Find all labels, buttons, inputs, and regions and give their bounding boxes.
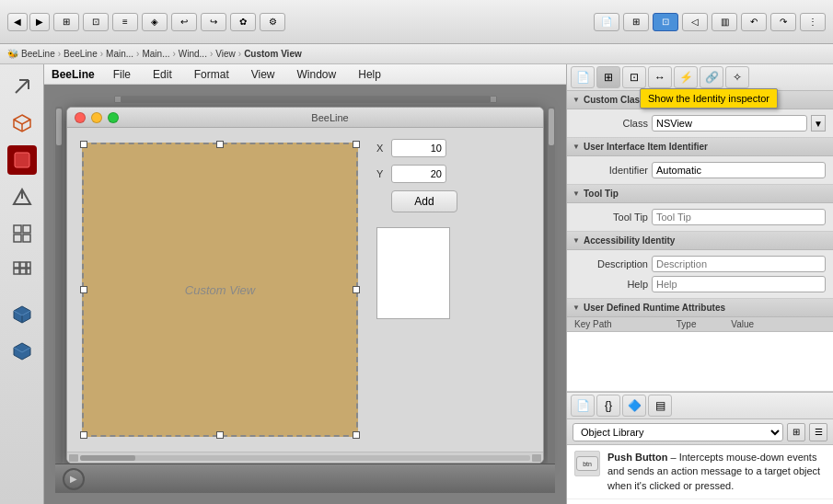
sidebar-icon-cube-small[interactable] [7,300,37,329]
sidebar-icon-box-red[interactable] [7,145,37,175]
identifier-input[interactable] [652,162,826,178]
x-label: X [376,143,388,154]
tooltip-field-row: Tool Tip [574,207,826,227]
minimize-button[interactable] [91,112,102,123]
library-items: btn Push Button – Intercepts mouse-down … [567,445,833,504]
handle-tr[interactable] [353,141,360,148]
icon-button-5[interactable]: ↩ [171,13,197,31]
identifier-label: Identifier [574,165,648,176]
icon-button-8[interactable]: ⚙ [260,13,285,31]
inspector-tab-connections[interactable]: ⚡ [674,66,698,88]
breadcrumb-item-6[interactable]: View [215,49,236,59]
right-icon-8[interactable]: ⋮ [800,13,826,31]
bottom-tab-3[interactable]: 🔷 [622,395,646,417]
maximize-button[interactable] [108,112,119,123]
col-keypath: Key Path [574,319,669,329]
custom-view[interactable]: Custom View [82,143,358,437]
small-preview [376,227,450,319]
sidebar-icon-triangle[interactable] [7,182,37,212]
handle-br[interactable] [353,431,360,439]
handle-bl[interactable] [80,431,87,439]
inspector-tab-identity[interactable]: ⊞ [596,66,620,88]
right-icon-5[interactable]: ▥ [712,13,737,31]
description-field-row: Description [574,254,826,274]
object-library-select[interactable]: Object Library [573,423,783,441]
icon-button-6[interactable]: ↪ [201,13,226,31]
bottom-tab-4[interactable]: ▤ [648,395,672,417]
play-button[interactable]: ▶ [63,468,85,490]
sidebar-icon-grid[interactable] [7,219,37,248]
accessibility-content: Description Help [567,250,833,299]
inspector-tab-size[interactable]: ↔ [648,66,672,88]
sidebar-icon-arrow[interactable] [7,72,37,101]
handle-tl[interactable] [80,141,87,148]
description-input[interactable] [652,256,826,272]
inspector-tab-attributes[interactable]: ⊡ [622,66,646,88]
bottom-tab-1[interactable]: 📄 [571,395,595,417]
forward-button[interactable]: ▶ [29,13,50,31]
right-icon-3[interactable]: ⊡ [653,13,678,31]
close-button[interactable] [75,112,86,123]
tooltip-title: Tool Tip [584,189,619,199]
menu-view[interactable]: View [248,68,279,81]
right-icon-6[interactable]: ↶ [741,13,767,31]
runtime-attrs-table [567,332,833,392]
tooltip-collapse[interactable]: ▼ [573,189,580,198]
push-button-text: Push Button – Intercepts mouse-down even… [607,451,826,493]
accessibility-collapse[interactable]: ▼ [573,236,580,245]
collapse-triangle[interactable]: ▼ [573,96,580,104]
sidebar-icon-cube[interactable] [7,109,37,138]
menu-edit[interactable]: Edit [149,68,176,81]
sidebar-icon-grid2[interactable] [7,256,37,285]
svg-rect-11 [20,269,26,274]
help-input[interactable] [652,276,826,292]
breadcrumb-item-7[interactable]: Custom View [244,49,302,59]
handle-mr[interactable] [353,286,360,293]
breadcrumb-item-5[interactable]: Wind... [179,49,207,59]
breadcrumb-item-2[interactable]: BeeLine [64,49,98,59]
class-dropdown-btn[interactable]: ▼ [811,115,826,132]
ui-collapse-triangle[interactable]: ▼ [573,143,580,151]
breadcrumb-item-1[interactable]: BeeLine [21,49,55,59]
menu-format[interactable]: Format [191,68,233,81]
breadcrumb-item-3[interactable]: Main... [106,49,133,59]
inspector-tab-bindings[interactable]: 🔗 [700,66,723,88]
handle-tm[interactable] [216,141,224,148]
main-area: BeeLine File Edit Format View Window Hel… [0,64,833,504]
inspector-tab-file[interactable]: 📄 [571,66,595,88]
add-button[interactable]: Add [391,190,457,212]
tooltip-input[interactable] [652,209,826,225]
icon-button-1[interactable]: ⊞ [53,13,79,31]
menu-window[interactable]: Window [294,68,341,81]
back-button[interactable]: ◀ [7,13,28,31]
menu-help[interactable]: Help [354,68,385,81]
class-input[interactable] [652,115,807,132]
runtime-collapse[interactable]: ▼ [573,304,580,312]
right-icon-7[interactable]: ↷ [770,13,796,31]
breadcrumb-item-4[interactable]: Main... [142,49,169,59]
svg-rect-9 [27,262,30,268]
x-input[interactable] [391,139,446,157]
handle-bm[interactable] [216,431,224,439]
right-icon-2[interactable]: ⊞ [623,13,649,31]
right-icon-4[interactable]: ◁ [682,13,708,31]
list-view-btn[interactable]: ⊞ [787,423,805,441]
handle-ml[interactable] [80,286,87,293]
icon-button-3[interactable]: ≡ [112,13,138,31]
grid-view-btn[interactable]: ☰ [809,423,827,441]
icon-button-4[interactable]: ◈ [142,13,168,31]
y-input[interactable] [391,165,446,183]
bottom-tab-2[interactable]: {} [596,395,620,417]
right-icon-1[interactable]: 📄 [594,13,619,31]
list-item[interactable]: btn Gradient Button – Intercepts mouse-d… [567,499,833,504]
icon-button-2[interactable]: ⊡ [83,13,109,31]
list-item[interactable]: btn Push Button – Intercepts mouse-down … [567,445,833,499]
menu-file[interactable]: File [110,68,134,81]
icon-button-7[interactable]: ✿ [230,13,256,31]
app-menu-name[interactable]: BeeLine [52,68,95,81]
inspector-tab-effects[interactable]: ✧ [725,66,749,88]
svg-rect-5 [14,235,21,242]
svg-rect-10 [14,269,19,274]
sidebar-icon-cube2[interactable] [7,337,37,366]
runtime-attrs-header: ▼ User Defined Runtime Attributes [567,299,833,317]
